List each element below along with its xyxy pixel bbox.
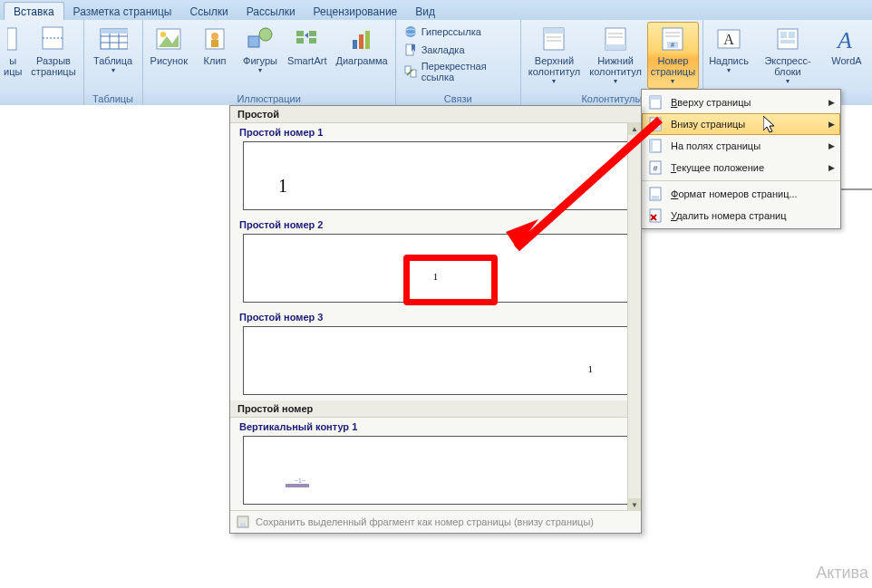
chevron-right-icon: ▶ xyxy=(828,120,835,129)
gallery-category-simple-number: Простой номер xyxy=(230,400,641,418)
ribbon-tabs: Вставка Разметка страницы Ссылки Рассылк… xyxy=(0,0,872,20)
svg-text:A: A xyxy=(723,32,734,47)
bookmark-icon xyxy=(403,43,418,57)
gallery-item-2[interactable]: 1 xyxy=(243,234,628,303)
hyperlink-button[interactable]: Гиперссылка xyxy=(400,24,517,40)
chevron-right-icon: ▶ xyxy=(828,141,835,150)
svg-rect-23 xyxy=(359,34,363,49)
gallery-item-1[interactable]: 1 xyxy=(243,141,628,210)
menu-page-margins[interactable]: На полях страницы ▶ xyxy=(642,135,840,157)
delete-icon xyxy=(647,207,664,224)
gallery-item-4[interactable]: ~1~ xyxy=(243,436,628,505)
svg-rect-1 xyxy=(43,27,63,49)
footer-icon xyxy=(601,24,630,53)
menu-bottom-of-page[interactable]: Внизу страницы ▶ xyxy=(642,113,840,135)
group-label-illustrations: Иллюстрации xyxy=(147,92,392,105)
tab-review[interactable]: Рецензирование xyxy=(305,3,407,20)
scroll-up-icon[interactable]: ▲ xyxy=(628,122,641,135)
save-selection-icon xyxy=(236,515,250,529)
page-number-gallery: Простой Простой номер 1 1 Простой номер … xyxy=(229,105,642,534)
chevron-right-icon: ▶ xyxy=(828,98,835,107)
svg-rect-24 xyxy=(365,31,370,49)
svg-point-25 xyxy=(405,26,416,37)
menu-format-page-numbers[interactable]: Формат номеров страниц... xyxy=(642,180,840,205)
table-icon xyxy=(99,24,128,53)
page-current-icon: # xyxy=(647,159,664,176)
gallery-item-2-label: Простой номер 2 xyxy=(230,216,641,234)
page-break-icon xyxy=(39,24,68,53)
gallery-category-simple: Простой xyxy=(230,106,641,123)
wordart-icon: A xyxy=(832,24,861,53)
format-icon xyxy=(647,186,664,202)
page-number-button[interactable]: # Номер страницы ▾ xyxy=(647,22,699,89)
smartart-icon xyxy=(293,24,322,53)
svg-point-13 xyxy=(211,33,218,40)
tab-insert[interactable]: Вставка xyxy=(4,2,64,20)
svg-rect-36 xyxy=(606,44,625,50)
menu-top-of-page[interactable]: Вверху страницы ▶ xyxy=(642,92,840,113)
page-top-icon xyxy=(647,94,664,111)
crossref-icon xyxy=(403,64,418,79)
svg-rect-54 xyxy=(650,127,661,130)
gallery-item-1-label: Простой номер 1 xyxy=(230,123,641,141)
tab-view[interactable]: Вид xyxy=(406,3,444,20)
header-button[interactable]: Верхний колонтитул ▾ xyxy=(525,22,585,89)
svg-rect-48 xyxy=(789,32,795,38)
wordart-button[interactable]: A WordA xyxy=(825,22,868,69)
svg-rect-15 xyxy=(248,36,259,47)
chart-icon xyxy=(347,24,376,53)
page-break-button[interactable]: Разрыв страницы xyxy=(27,22,79,80)
dropdown-arrow-icon: ▾ xyxy=(111,67,115,75)
textbox-button[interactable]: A Надпись ▾ xyxy=(707,22,751,78)
svg-rect-56 xyxy=(650,140,653,152)
header-icon xyxy=(539,24,568,53)
svg-rect-18 xyxy=(296,38,304,43)
group-label-pages xyxy=(0,92,80,105)
hyperlink-icon xyxy=(403,24,418,39)
quickparts-icon xyxy=(773,24,802,53)
cover-page-button[interactable]: ы ицы xyxy=(0,22,25,80)
svg-rect-47 xyxy=(780,32,787,38)
quickparts-button[interactable]: Экспресс-блоки ▾ xyxy=(752,22,823,89)
page-number-menu: Вверху страницы ▶ Внизу страницы ▶ На по… xyxy=(641,89,841,229)
chevron-right-icon: ▶ xyxy=(828,163,835,172)
activation-watermark: Актива xyxy=(816,564,868,583)
gallery-item-3[interactable]: 1 xyxy=(243,326,628,395)
svg-rect-17 xyxy=(296,31,304,36)
table-button[interactable]: Таблица ▾ xyxy=(88,22,139,78)
clip-icon xyxy=(200,24,229,53)
tab-references[interactable]: Ссылки xyxy=(180,3,237,20)
shapes-icon xyxy=(246,24,275,53)
footer-button[interactable]: Нижний колонтитул ▾ xyxy=(586,22,645,89)
crossref-button[interactable]: Перекрестная ссылка xyxy=(400,60,517,83)
svg-rect-67 xyxy=(240,523,246,526)
svg-rect-20 xyxy=(309,38,316,43)
svg-text:#: # xyxy=(653,164,657,173)
menu-current-position[interactable]: # Текущее положение ▶ xyxy=(642,157,840,178)
group-label-tables: Таблицы xyxy=(88,92,139,105)
gallery-save-selection[interactable]: Сохранить выделенный фрагмент как номер … xyxy=(230,510,641,533)
gallery-item-3-label: Простой номер 3 xyxy=(230,308,641,326)
page-margins-icon xyxy=(647,138,664,154)
svg-text:~1~: ~1~ xyxy=(295,477,305,484)
menu-bottom-label: Внизу страницы xyxy=(671,119,745,130)
picture-button[interactable]: Рисунок xyxy=(147,22,192,69)
page-bottom-icon xyxy=(647,116,664,132)
bookmark-button[interactable]: Закладка xyxy=(400,42,517,58)
tab-mailings[interactable]: Рассылки xyxy=(237,3,305,20)
picture-icon xyxy=(154,24,183,53)
chart-button[interactable]: Диаграмма xyxy=(332,22,391,69)
scroll-down-icon[interactable]: ▼ xyxy=(628,498,641,511)
svg-rect-19 xyxy=(309,31,316,36)
svg-rect-60 xyxy=(652,196,659,199)
svg-rect-32 xyxy=(544,28,564,34)
svg-marker-21 xyxy=(305,33,308,38)
svg-point-11 xyxy=(160,32,166,37)
smartart-button[interactable]: SmartArt xyxy=(284,22,330,69)
clip-button[interactable]: Клип xyxy=(193,22,237,69)
menu-remove-page-numbers[interactable]: Удалить номера страниц xyxy=(642,205,840,227)
gallery-scrollbar[interactable]: ▲ ▼ xyxy=(627,122,641,511)
shapes-button[interactable]: Фигуры ▾ xyxy=(238,22,282,78)
tab-page-layout[interactable]: Разметка страницы xyxy=(64,3,181,20)
svg-text:A: A xyxy=(836,27,852,53)
